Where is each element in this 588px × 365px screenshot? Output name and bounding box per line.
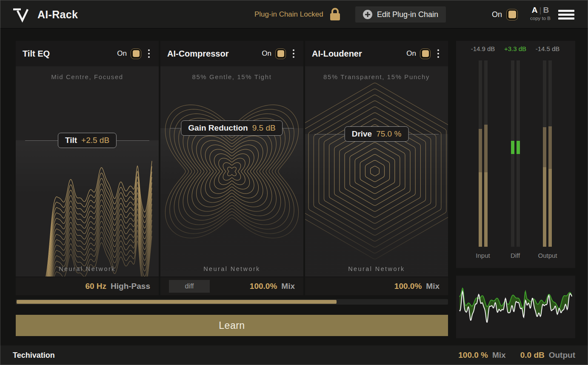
brand-label: Techivation: [13, 351, 55, 360]
module-display: Mid Centre, Focused Tilt+2.5 dB Neural N…: [16, 66, 159, 277]
master-on-toggle[interactable]: [506, 9, 518, 20]
edit-plugin-chain-button[interactable]: Edit Plug-in Chain: [355, 6, 446, 23]
module-on-label: On: [117, 49, 127, 58]
toggle-knob: [133, 50, 140, 57]
mix-control[interactable]: 100.0%: [394, 282, 422, 291]
mix-label: Mix: [426, 282, 440, 291]
techivation-logo-icon: [12, 6, 31, 23]
engine-label: Neural Network: [16, 265, 159, 272]
scrollbar-thumb[interactable]: [17, 300, 337, 304]
highpass-label: High-Pass: [111, 282, 150, 291]
waveform-scope-canvas: [456, 276, 575, 338]
engine-label: Neural Network: [305, 265, 448, 272]
input-meter: [479, 60, 488, 247]
waveform-scope-panel: [456, 276, 575, 338]
diff-level-reading: +3.3 dB: [504, 45, 526, 52]
output-meter: [543, 60, 552, 247]
module-on-toggle[interactable]: [275, 48, 286, 59]
input-meter-label: Input: [476, 252, 490, 259]
module-subtitle: 85% Transparent, 15% Punchy: [305, 73, 448, 80]
plus-circle-icon: [363, 10, 372, 19]
top-bar: AI-Rack Plug-in Chain Locked Edit Plug-i…: [0, 0, 588, 29]
compressor-contour-canvas: [160, 66, 303, 277]
kebab-menu-icon[interactable]: [291, 49, 297, 58]
module-footer: diff 100.0% Mix: [160, 277, 303, 295]
meter-panel: -14.9 dB +3.3 dB -14.5 dB Input Diff Out…: [456, 41, 575, 268]
module-tilt-eq: Tilt EQ On Mid Centre, Focused Tilt+2.5 …: [16, 41, 159, 295]
module-footer: 100.0% Mix: [305, 277, 448, 295]
value-amount: +2.5 dB: [81, 136, 109, 145]
mix-control[interactable]: 100.0%: [250, 282, 277, 291]
loudener-hexagon-canvas: [305, 66, 448, 277]
ab-separator: |: [538, 6, 543, 14]
toggle-knob: [422, 50, 429, 57]
module-header: AI-Loudener On: [305, 41, 448, 66]
global-mix-control[interactable]: 100.0 %: [458, 351, 488, 360]
global-output-label: Output: [549, 351, 575, 360]
module-on-label: On: [262, 49, 271, 58]
value-label: Gain Reduction: [188, 123, 248, 132]
module-title: Tilt EQ: [23, 49, 117, 59]
value-amount: 75.0 %: [376, 129, 401, 138]
engine-label: Neural Network: [160, 265, 303, 272]
module-on-toggle[interactable]: [131, 48, 141, 59]
learn-button[interactable]: Learn: [16, 315, 448, 336]
module-title: AI-Loudener: [312, 49, 406, 59]
module-title: AI-Compressor: [167, 49, 262, 59]
module-on-toggle[interactable]: [420, 48, 431, 59]
rack-scrollbar[interactable]: [16, 299, 448, 305]
global-output-control[interactable]: 0.0 dB: [520, 351, 545, 360]
module-footer: 60 Hz High-Pass: [16, 277, 159, 295]
kebab-menu-icon[interactable]: [146, 49, 152, 58]
module-display: 85% Gentle, 15% Tight Gain Reduction9.5 …: [160, 66, 303, 277]
master-on-label: On: [492, 10, 502, 19]
module-subtitle: 85% Gentle, 15% Tight: [160, 73, 303, 80]
ab-copy-label: copy to B: [527, 16, 554, 21]
diff-button[interactable]: diff: [169, 280, 210, 293]
diff-meter-label: Diff: [511, 252, 520, 259]
mix-label: Mix: [281, 282, 295, 291]
output-meter-label: Output: [538, 252, 557, 259]
module-header: Tilt EQ On: [16, 41, 159, 66]
module-ai-loudener: AI-Loudener On 85% Transparent, 15% Punc…: [305, 41, 448, 295]
drive-control[interactable]: Drive75.0 %: [345, 126, 409, 142]
global-mix-label: Mix: [492, 351, 506, 360]
plugin-chain-rack: Tilt EQ On Mid Centre, Focused Tilt+2.5 …: [16, 41, 448, 295]
hamburger-menu-icon[interactable]: [558, 10, 574, 20]
tilt-value-control[interactable]: Tilt+2.5 dB: [58, 133, 117, 148]
module-subtitle: Mid Centre, Focused: [16, 73, 159, 80]
app-title: AI-Rack: [37, 9, 78, 21]
chain-lock-group[interactable]: Plug-in Chain Locked: [254, 0, 341, 29]
lock-icon: [329, 8, 341, 21]
output-level-reading: -14.5 dB: [536, 45, 560, 52]
gain-reduction-control[interactable]: Gain Reduction9.5 dB: [181, 120, 283, 136]
toggle-knob: [508, 11, 516, 18]
module-ai-compressor: AI-Compressor On 85% Gentle, 15% Tight G…: [160, 41, 303, 295]
ab-a-label: A: [532, 6, 538, 14]
diff-meter: [511, 60, 520, 247]
value-label: Tilt: [65, 136, 77, 145]
highpass-freq-control[interactable]: 60 Hz: [85, 282, 106, 291]
edit-plugin-chain-label: Edit Plug-in Chain: [377, 10, 438, 19]
module-header: AI-Compressor On: [160, 41, 303, 66]
toggle-knob: [277, 50, 284, 57]
bottom-bar: Techivation 100.0 % Mix 0.0 dB Output: [0, 345, 588, 365]
module-display: 85% Transparent, 15% Punchy Drive75.0 % …: [305, 66, 448, 277]
kebab-menu-icon[interactable]: [435, 49, 441, 58]
module-on-label: On: [406, 49, 416, 58]
ab-b-label: B: [543, 6, 549, 14]
value-amount: 9.5 dB: [252, 123, 276, 132]
chain-lock-label: Plug-in Chain Locked: [254, 10, 323, 19]
logo-group: AI-Rack: [12, 0, 78, 29]
input-level-reading: -14.9 dB: [471, 45, 495, 52]
ab-row: A|B: [527, 6, 554, 15]
master-on-group: On: [492, 0, 518, 29]
ab-compare-switch[interactable]: A|B copy to B: [527, 6, 554, 21]
tilt-eq-curve-canvas: [16, 66, 159, 277]
value-label: Drive: [352, 129, 372, 138]
global-controls: 100.0 % Mix 0.0 dB Output: [458, 351, 575, 360]
